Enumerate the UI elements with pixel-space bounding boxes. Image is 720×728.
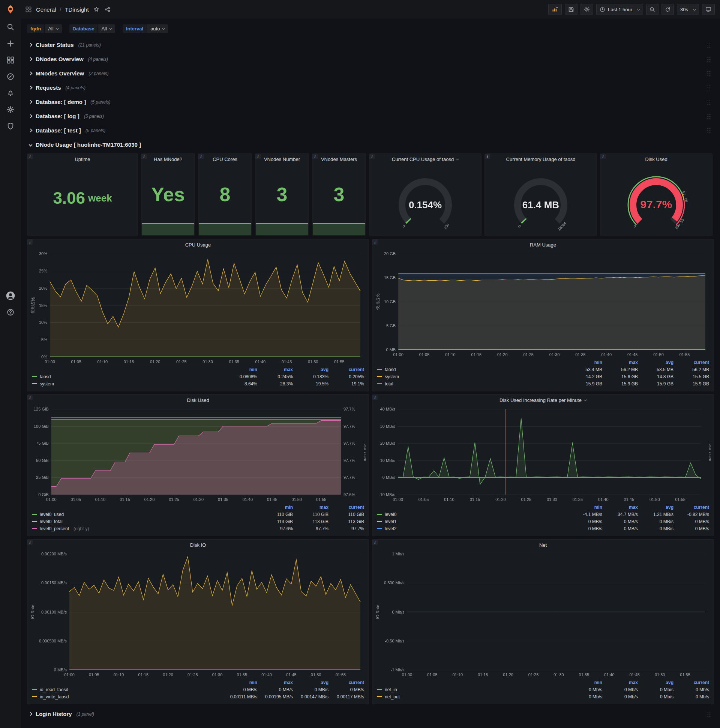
dashboard-row[interactable]: Database: [ demo ](5 panels) <box>27 95 714 109</box>
chart-canvas-disk_io[interactable] <box>30 550 366 679</box>
panel-info-icon[interactable]: i <box>255 154 261 159</box>
row-login-history[interactable]: Login History (1 panel) <box>27 707 714 720</box>
panel-title[interactable]: Has MNode? <box>141 154 195 164</box>
variable-label[interactable]: Interval <box>123 24 146 33</box>
legend-column-header[interactable]: min <box>567 505 602 510</box>
legend-column-header[interactable]: current <box>674 360 709 365</box>
chart-canvas-net[interactable] <box>375 550 711 679</box>
legend-series-name[interactable]: net_in <box>377 687 567 692</box>
chart-canvas-disk_used[interactable] <box>30 405 366 503</box>
dashboard-row[interactable]: Database: [ test ](5 panels) <box>27 124 714 137</box>
sidebar-item-help[interactable] <box>0 304 21 320</box>
dashboard-row[interactable]: Requests(4 panels) <box>27 81 714 94</box>
variable-label[interactable]: fqdn <box>27 24 44 33</box>
panel-info-icon[interactable]: i <box>372 540 378 545</box>
legend-column-header[interactable]: min <box>567 680 602 685</box>
panel-title[interactable]: CPU Cores <box>198 154 252 164</box>
dashboard-row[interactable]: DNodes Overview(4 panels) <box>27 52 714 66</box>
panel-info-icon[interactable]: i <box>198 154 204 159</box>
legend-series-name[interactable]: io_write_taosd <box>32 694 222 699</box>
legend-column-header[interactable]: avg <box>638 505 674 510</box>
panel-info-icon[interactable]: i <box>27 540 33 545</box>
panel-info-icon[interactable]: i <box>369 154 375 159</box>
legend-series-name[interactable]: level2 <box>377 526 567 531</box>
row-drag-handle[interactable] <box>707 128 711 134</box>
sidebar-item-search[interactable] <box>0 19 21 35</box>
variable-value-dropdown[interactable]: auto <box>147 24 168 33</box>
legend-column-header[interactable]: min <box>222 367 257 372</box>
panel-title[interactable]: VNodes Masters <box>313 154 366 164</box>
panel-title[interactable]: RAM Usage <box>375 239 711 250</box>
panel-info-icon[interactable]: i <box>141 154 146 159</box>
legend-series-name[interactable]: taosd <box>377 367 567 372</box>
legend-column-header[interactable]: avg <box>293 680 328 685</box>
dashboard-row[interactable]: Cluster Status(21 panels) <box>27 38 714 51</box>
panel-info-icon[interactable]: i <box>372 395 378 400</box>
variable-label[interactable]: Database <box>69 24 98 33</box>
add-panel-button[interactable] <box>548 4 562 15</box>
legend-series-name[interactable]: taosd <box>32 374 222 379</box>
dashboard-settings-button[interactable] <box>581 4 593 15</box>
legend-series-name[interactable]: io_read_taosd <box>32 687 222 692</box>
legend-series-name[interactable]: net_out <box>377 694 567 699</box>
legend-column-header[interactable]: max <box>602 505 638 510</box>
panel-title[interactable]: Current CPU Usage of taosd <box>369 154 481 164</box>
row-drag-handle[interactable] <box>707 113 711 119</box>
star-icon[interactable] <box>93 6 100 13</box>
panel-title[interactable]: VNodes Number <box>255 154 309 164</box>
panel-title[interactable]: Uptime <box>27 154 137 164</box>
breadcrumb-dashboard[interactable]: TDinsight <box>65 6 88 13</box>
dashboard-row[interactable]: MNodes Overview(2 panels) <box>27 67 714 80</box>
sidebar-item-alerting[interactable] <box>0 85 21 101</box>
zoom-out-button[interactable] <box>646 4 659 15</box>
panel-info-icon[interactable]: i <box>27 154 33 159</box>
legend-column-header[interactable]: current <box>328 680 364 685</box>
panel-info-icon[interactable]: i <box>485 154 490 159</box>
refresh-button[interactable] <box>662 4 674 15</box>
row-drag-handle[interactable] <box>707 70 711 76</box>
legend-series-name[interactable]: level0_total <box>32 519 257 524</box>
panel-info-icon[interactable]: i <box>313 154 317 159</box>
panel-title[interactable]: Net <box>375 540 711 550</box>
sidebar-item-explore[interactable] <box>0 68 21 85</box>
legend-series-name[interactable]: level0_percent(right-y) <box>32 526 257 531</box>
share-icon[interactable] <box>104 6 111 13</box>
legend-column-header[interactable]: max <box>293 505 328 510</box>
legend-series-name[interactable]: system <box>32 381 222 387</box>
panel-title[interactable]: CPU Usage <box>30 239 366 250</box>
variable-value-dropdown[interactable]: All <box>45 24 61 33</box>
time-range-picker[interactable]: Last 1 hour <box>596 4 643 15</box>
row-dnode-usage[interactable]: DNode Usage [ huolinhe-TM1701:6030 ] <box>27 138 714 151</box>
panel-title[interactable]: Current Memory Usage of taosd <box>485 154 596 164</box>
legend-series-name[interactable]: level1 <box>377 519 567 524</box>
sidebar-item-dashboards[interactable] <box>0 52 21 68</box>
panel-title[interactable]: Disk Used <box>600 154 712 164</box>
row-drag-handle[interactable] <box>707 711 711 717</box>
panel-title[interactable]: Disk IO <box>30 540 366 550</box>
breadcrumb-folder[interactable]: General <box>36 6 56 13</box>
refresh-interval-dropdown[interactable]: 30s <box>677 4 699 15</box>
panel-info-icon[interactable]: i <box>27 395 33 400</box>
legend-column-header[interactable]: current <box>328 505 364 510</box>
legend-column-header[interactable]: max <box>602 680 638 685</box>
sidebar-item-server-admin[interactable] <box>0 118 21 135</box>
sidebar-item-create[interactable] <box>0 35 21 52</box>
legend-column-header[interactable]: current <box>674 505 709 510</box>
legend-column-header[interactable]: min <box>257 505 293 510</box>
sidebar-item-profile[interactable] <box>0 288 21 304</box>
legend-series-name[interactable]: total <box>377 381 567 387</box>
panel-info-icon[interactable]: i <box>600 154 606 159</box>
panel-title[interactable]: Disk Used <box>30 395 366 405</box>
panel-info-icon[interactable]: i <box>27 239 33 245</box>
legend-column-header[interactable]: max <box>602 360 638 365</box>
variable-value-dropdown[interactable]: All <box>98 24 115 33</box>
chart-canvas-cpu_usage[interactable] <box>30 250 366 366</box>
row-drag-handle[interactable] <box>707 99 711 105</box>
row-drag-handle[interactable] <box>707 56 711 62</box>
panel-title[interactable]: Disk Used Increasing Rate per Minute <box>375 395 711 405</box>
row-drag-handle[interactable] <box>707 85 711 91</box>
legend-series-name[interactable]: level0_used <box>32 512 257 517</box>
legend-column-header[interactable]: max <box>257 680 293 685</box>
legend-column-header[interactable]: max <box>257 367 293 372</box>
chart-canvas-ram_usage[interactable] <box>375 250 711 359</box>
